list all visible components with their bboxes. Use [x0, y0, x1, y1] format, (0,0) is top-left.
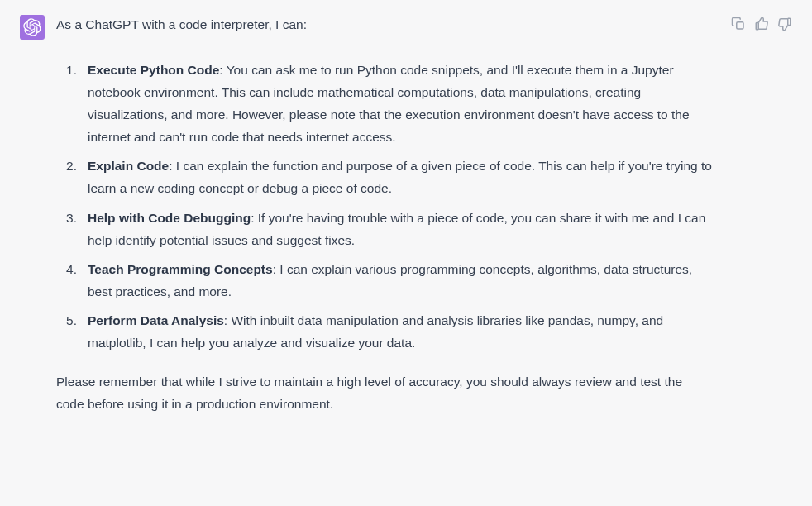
- item-title: Teach Programming Concepts: [88, 262, 273, 276]
- list-item: Perform Data Analysis: With inbuilt data…: [66, 309, 713, 354]
- openai-logo-icon: [23, 18, 41, 36]
- list-item: Help with Code Debugging: If you're havi…: [66, 207, 713, 251]
- svg-rect-0: [737, 22, 743, 29]
- list-item: Explain Code: I can explain the function…: [66, 155, 713, 199]
- assistant-avatar: [20, 15, 45, 40]
- intro-text: As a ChatGPT with a code interpreter, I …: [56, 15, 713, 36]
- item-title: Explain Code: [88, 159, 169, 173]
- item-title: Execute Python Code: [88, 63, 219, 77]
- outro-text: Please remember that while I strive to m…: [56, 370, 713, 415]
- item-title: Perform Data Analysis: [88, 313, 224, 327]
- list-item: Execute Python Code: You can ask me to r…: [66, 59, 713, 149]
- message-actions: [731, 15, 792, 416]
- message-content: As a ChatGPT with a code interpreter, I …: [56, 15, 719, 416]
- list-item: Teach Programming Concepts: I can explai…: [66, 258, 713, 303]
- copy-icon[interactable]: [731, 17, 746, 31]
- item-title: Help with Code Debugging: [88, 211, 251, 225]
- thumbs-down-icon[interactable]: [777, 17, 792, 31]
- item-body: : I can explain the function and purpose…: [88, 159, 712, 195]
- message-container: As a ChatGPT with a code interpreter, I …: [0, 0, 812, 416]
- thumbs-up-icon[interactable]: [754, 17, 769, 31]
- capability-list: Execute Python Code: You can ask me to r…: [56, 59, 713, 355]
